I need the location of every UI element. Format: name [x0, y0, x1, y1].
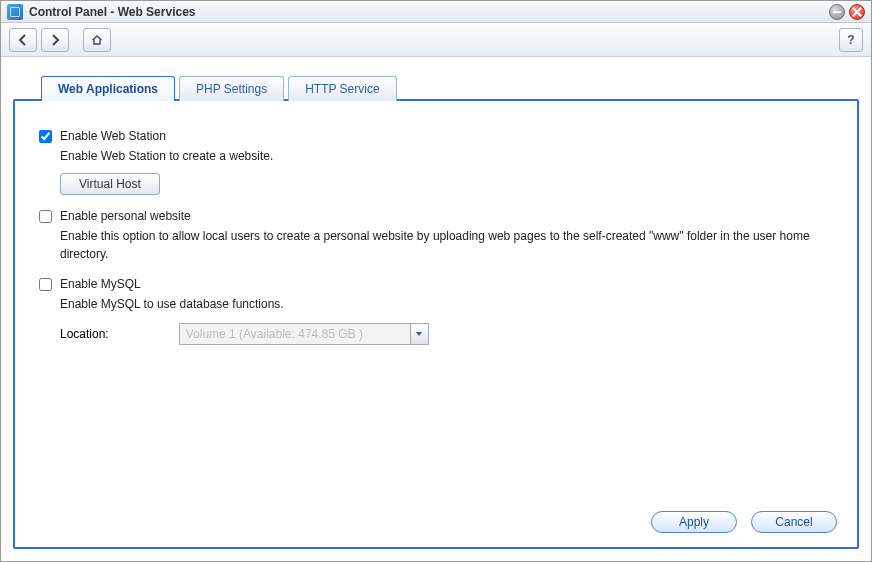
window: Control Panel - Web Services ? Web Appli… [0, 0, 872, 562]
window-title: Control Panel - Web Services [29, 5, 829, 19]
minimize-button[interactable] [829, 4, 845, 20]
close-button[interactable] [849, 4, 865, 20]
location-label: Location: [60, 327, 109, 341]
help-button[interactable]: ? [839, 28, 863, 52]
virtual-host-button[interactable]: Virtual Host [60, 173, 160, 195]
tab-php-settings[interactable]: PHP Settings [179, 76, 284, 101]
section-webstation: Enable Web Station Enable Web Station to… [39, 129, 833, 195]
tab-panel: Enable Web Station Enable Web Station to… [13, 99, 859, 549]
tab-label: PHP Settings [196, 82, 267, 96]
titlebar: Control Panel - Web Services [1, 1, 871, 23]
arrow-right-icon [49, 34, 61, 46]
location-select-value: Volume 1 (Available: 474.85 GB ) [180, 327, 410, 341]
home-icon [91, 34, 103, 46]
enable-mysql-checkbox[interactable] [39, 278, 52, 291]
webstation-description: Enable Web Station to create a website. [60, 147, 833, 165]
back-button[interactable] [9, 28, 37, 52]
cancel-button[interactable]: Cancel [751, 511, 837, 533]
enable-personal-website-checkbox[interactable] [39, 210, 52, 223]
enable-personal-website-label: Enable personal website [60, 209, 191, 223]
personal-website-description: Enable this option to allow local users … [60, 227, 833, 263]
arrow-left-icon [17, 34, 29, 46]
tab-label: Web Applications [58, 82, 158, 96]
toolbar: ? [1, 23, 871, 57]
button-label: Virtual Host [79, 177, 141, 191]
mysql-description: Enable MySQL to use database functions. [60, 295, 833, 313]
enable-mysql-label: Enable MySQL [60, 277, 141, 291]
window-controls [829, 4, 865, 20]
enable-webstation-label: Enable Web Station [60, 129, 166, 143]
location-select[interactable]: Volume 1 (Available: 474.85 GB ) [179, 323, 429, 345]
footer-buttons: Apply Cancel [651, 511, 837, 533]
tab-strip: Web Applications PHP Settings HTTP Servi… [13, 75, 859, 100]
help-icon: ? [847, 33, 854, 47]
button-label: Cancel [775, 515, 812, 529]
svg-rect-0 [833, 11, 841, 13]
minimize-icon [830, 5, 844, 19]
content-area: Web Applications PHP Settings HTTP Servi… [13, 75, 859, 549]
close-icon [850, 5, 864, 19]
tab-web-applications[interactable]: Web Applications [41, 76, 175, 101]
enable-webstation-checkbox[interactable] [39, 130, 52, 143]
chevron-down-icon [410, 324, 428, 344]
app-icon [7, 4, 23, 20]
home-button[interactable] [83, 28, 111, 52]
apply-button[interactable]: Apply [651, 511, 737, 533]
tab-label: HTTP Service [305, 82, 379, 96]
section-personal-website: Enable personal website Enable this opti… [39, 209, 833, 263]
section-mysql: Enable MySQL Enable MySQL to use databas… [39, 277, 833, 345]
tab-http-service[interactable]: HTTP Service [288, 76, 396, 101]
forward-button[interactable] [41, 28, 69, 52]
button-label: Apply [679, 515, 709, 529]
